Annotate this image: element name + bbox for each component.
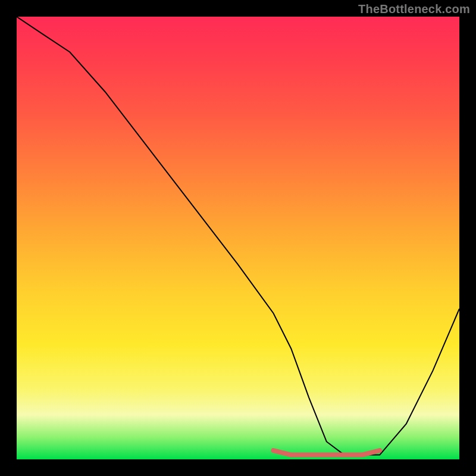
chart-frame: TheBottleneck.com: [0, 0, 476, 476]
watermark-text: TheBottleneck.com: [358, 2, 470, 16]
chart-svg: [17, 17, 459, 459]
bottleneck-curve: [17, 17, 459, 455]
bottom-highlight: [274, 450, 380, 455]
plot-area: [17, 17, 459, 459]
